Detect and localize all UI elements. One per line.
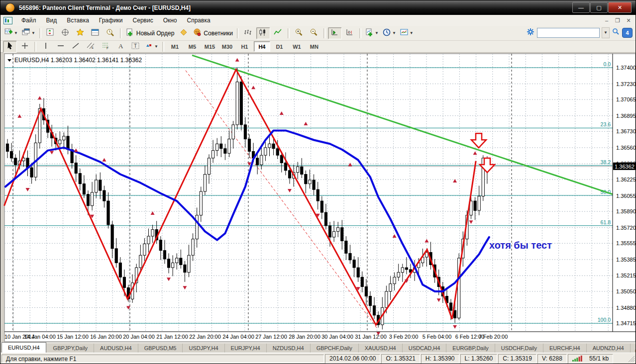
auto-scroll-button[interactable] <box>328 27 342 39</box>
text-label-button[interactable]: T <box>128 41 142 53</box>
equidistant-channel-button[interactable]: E <box>84 41 98 53</box>
chart-tab-AUDUSD-H4[interactable]: AUDUSD,H4 <box>94 344 138 353</box>
dropdown-caret-icon[interactable]: ▼ <box>31 31 35 35</box>
crosshair-button[interactable] <box>18 41 32 53</box>
timeframe-H1[interactable]: H1 <box>236 41 253 52</box>
dropdown-caret-icon[interactable]: ▼ <box>154 44 158 49</box>
indicators-button[interactable]: ▼ <box>364 27 380 39</box>
timeframe-MN[interactable]: MN <box>306 41 322 52</box>
dropdown-caret-icon[interactable]: ▼ <box>375 31 379 35</box>
dropdown-caret-icon[interactable]: ▼ <box>410 31 414 35</box>
notification-bubble[interactable]: 4 <box>622 28 633 38</box>
new-chart-button[interactable]: ▼ <box>3 27 19 39</box>
chart-area[interactable]: 1.374001.372301.370651.368951.367301.365… <box>0 53 636 343</box>
chart-tab-EURCHF-H4[interactable]: EURCHF,H4 <box>543 344 587 353</box>
dropdown-caret-icon[interactable]: ▼ <box>392 31 396 35</box>
line-chart-button[interactable] <box>271 27 285 39</box>
cursor-icon <box>6 42 14 52</box>
toolbar-separator <box>323 28 325 38</box>
title-bar: 565896: Panteon Client Terminal - Демо С… <box>0 0 636 15</box>
chart-tab-XAUUSD-H4[interactable]: XAUUSD,H4 <box>359 344 403 353</box>
menu-item-2[interactable]: Вставка <box>62 15 94 25</box>
price-tick: 1.35890 <box>616 208 636 214</box>
market-watch-button[interactable] <box>44 27 58 39</box>
chart-tab-GBPCHF-Daily[interactable]: GBPCHF,Daily <box>311 344 359 353</box>
chart-tab-EURJPY-H4[interactable]: EURJPY,H4 <box>225 344 267 353</box>
price-chart[interactable]: 1.374001.372301.370651.368951.367301.365… <box>0 53 636 343</box>
mdi-close-icon[interactable]: ✕ <box>625 17 633 24</box>
profiles-button[interactable]: ▼ <box>20 27 37 39</box>
dropdown-caret-icon[interactable]: ▼ <box>14 31 18 35</box>
menu-item-5[interactable]: Окно <box>158 15 182 25</box>
status-cell-0: 2014.02.06 00:00 <box>325 354 380 364</box>
toolbar-right-cluster: ▼ 4 <box>527 27 633 38</box>
timeframe-D1[interactable]: D1 <box>271 41 288 52</box>
periods-button[interactable]: ▼ <box>381 27 398 39</box>
time-tick: 24 Jan 04:00 <box>222 334 254 340</box>
chart-window-icon <box>3 17 12 24</box>
templates-icon <box>400 28 409 38</box>
chart-tab-EURUSD-H4[interactable]: EURUSD,H4 <box>1 342 46 353</box>
chart-tab-EURGBP-Daily[interactable]: EURGBP,Daily <box>446 344 495 353</box>
minimize-button[interactable]: — <box>572 2 590 13</box>
menu-item-0[interactable]: Файл <box>16 15 41 25</box>
bar-chart-icon <box>244 28 252 38</box>
timeframe-M1[interactable]: M1 <box>167 41 183 52</box>
chart-tab-USDCAD-H4[interactable]: USDCAD,H4 <box>403 344 447 353</box>
timeframe-W1[interactable]: W1 <box>289 41 305 52</box>
resize-grip[interactable] <box>628 356 635 364</box>
new-order-button[interactable]: Новый Ордер <box>124 27 176 39</box>
strategy-tester-icon <box>106 28 114 38</box>
search-input[interactable] <box>537 28 600 38</box>
zoom-in-button[interactable] <box>292 27 306 39</box>
timeframe-M15[interactable]: M15 <box>202 41 218 52</box>
toolbar-separator <box>39 28 41 38</box>
candlestick-chart-button[interactable] <box>256 27 270 39</box>
chart-tab-AUDNZD-H4[interactable]: AUDNZD,H4 <box>587 344 631 353</box>
vertical-line-button[interactable] <box>39 41 53 53</box>
chart-shift-button[interactable] <box>343 27 357 39</box>
chart-tab-GBPJPY-Daily[interactable]: GBPJPY,Daily <box>47 344 95 353</box>
toolbar-separator <box>120 28 122 38</box>
text-button[interactable]: A <box>113 41 127 53</box>
fibonacci-button[interactable]: F <box>99 41 112 53</box>
new-chart-icon <box>4 28 13 38</box>
trendline-button[interactable] <box>69 41 83 53</box>
menu-items: ФайлВидВставкаГрафикиСервисОкноСправка <box>16 15 215 25</box>
horizontal-line-button[interactable] <box>54 41 68 53</box>
zoom-out-button[interactable] <box>307 27 321 39</box>
chart-tab-USDCHF-Daily[interactable]: USDCHF,Daily <box>495 344 543 353</box>
bar-chart-button[interactable] <box>241 27 255 39</box>
menu-item-3[interactable]: Графики <box>94 15 128 25</box>
cursor-button[interactable] <box>3 41 17 53</box>
timeframe-M30[interactable]: M30 <box>219 41 235 52</box>
status-bar: Для справки, нажмите F1 2014.02.06 00:00… <box>0 353 636 364</box>
chart-tab-GBPUSD-M5[interactable]: GBPUSD,M5 <box>138 344 183 353</box>
arrows-button[interactable]: ▼ <box>143 41 160 53</box>
search-dropdown-caret-icon[interactable]: ▼ <box>602 27 610 38</box>
menu-item-4[interactable]: Сервис <box>128 15 158 25</box>
chart-tab-NZDUSD-H4[interactable]: NZDUSD,H4 <box>267 344 311 353</box>
menu-item-1[interactable]: Вид <box>41 15 62 25</box>
strategy-tester-button[interactable] <box>104 27 117 39</box>
expert-advisors-button[interactable]: Советники <box>192 27 234 39</box>
metaeditor-button[interactable] <box>177 27 191 39</box>
navigator-button[interactable] <box>74 27 88 39</box>
gear-icon[interactable] <box>527 28 535 38</box>
timeframe-H4[interactable]: H4 <box>254 41 270 52</box>
maximize-button[interactable]: ▢ <box>590 2 608 13</box>
chart-tab-USDJPY-H4[interactable]: USDJPY,H4 <box>183 344 224 353</box>
mdi-minimize-icon[interactable]: – <box>603 17 611 24</box>
timeframe-M5[interactable]: M5 <box>184 41 201 52</box>
templates-button[interactable]: ▼ <box>399 27 415 39</box>
chart-tabs-bar: EURUSD,H4GBPJPY,DailyAUDUSD,H4GBPUSD,M5U… <box>0 343 636 353</box>
price-tick: 1.36560 <box>616 145 636 151</box>
terminal-button[interactable] <box>89 27 103 39</box>
menu-item-6[interactable]: Справка <box>182 15 215 25</box>
chart-annotation: хотя бы тест <box>489 240 552 251</box>
mdi-restore-icon[interactable]: ❐ <box>614 17 622 24</box>
search-magnifier-icon[interactable] <box>612 28 620 38</box>
tab-scroll-arrows[interactable]: ◄ ► <box>631 343 636 353</box>
close-button[interactable]: ✕ <box>608 2 632 13</box>
data-window-button[interactable] <box>59 27 73 39</box>
